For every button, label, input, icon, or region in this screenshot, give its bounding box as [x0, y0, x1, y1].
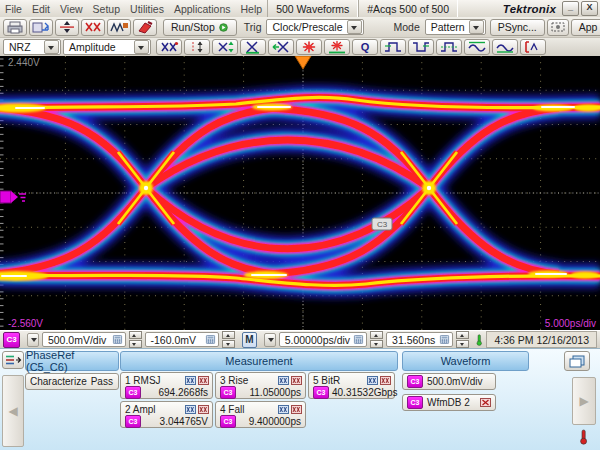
menu-setup[interactable]: Setup — [88, 2, 125, 16]
export-icon — [31, 20, 51, 34]
timebase-button[interactable]: M — [242, 332, 257, 348]
panel-expand-right[interactable]: ▶ — [572, 377, 596, 425]
mode-dropdown[interactable]: Pattern — [425, 19, 486, 35]
vertical-offset-field[interactable]: -160.0mV — [145, 332, 220, 347]
source-badge: C3 — [407, 396, 423, 409]
high-level-icon[interactable] — [464, 39, 490, 55]
measurement-cell-ampl[interactable]: 2 AmplC33.044765V — [120, 401, 213, 428]
horizontal-scale-stepper[interactable] — [370, 331, 383, 348]
chevron-down-icon[interactable] — [347, 20, 362, 34]
pattern-sync-icon — [548, 20, 568, 34]
run-stop-button[interactable]: Run/Stop — [163, 19, 237, 36]
psync-button[interactable]: PSync... — [490, 19, 545, 36]
app-button[interactable]: App — [571, 19, 600, 36]
measurement-cell-rmsj[interactable]: 1 RMSJC3694.2668fs — [120, 372, 213, 399]
menu-help[interactable]: Help — [236, 2, 268, 16]
channel-dropdown-arrow[interactable] — [27, 333, 39, 347]
fall-time-icon[interactable] — [408, 39, 434, 55]
horizontal-scale-field[interactable]: 5.00000ps/div — [279, 332, 367, 347]
crossing-level-icon[interactable] — [436, 39, 462, 55]
math-waveform-icon[interactable] — [107, 19, 131, 36]
chevron-down-icon[interactable] — [469, 20, 484, 34]
mask-test-icon[interactable] — [520, 39, 546, 55]
vertical-scale-icon[interactable] — [55, 19, 79, 36]
keypad-icon[interactable] — [112, 335, 123, 344]
menu-edit[interactable]: Edit — [27, 2, 55, 16]
measurement-toolbar: NRZ Amplitude Q — [0, 38, 600, 56]
histogram-icon[interactable] — [291, 405, 302, 414]
histogram-icon[interactable] — [380, 376, 391, 385]
menu-utilities[interactable]: Utilities — [125, 2, 169, 16]
panel-collapse-left[interactable]: ◀ — [2, 375, 24, 447]
clear-data-icon[interactable] — [133, 19, 157, 36]
measurement-header[interactable]: Measurement — [120, 351, 398, 371]
vertical-scale-stepper[interactable] — [129, 331, 142, 348]
histogram-icon[interactable] — [291, 376, 302, 385]
waveform-item-1[interactable]: C3WfmDB 2 — [402, 394, 496, 411]
panel-menu-button[interactable] — [2, 351, 24, 369]
measurement-cell-bitr[interactable]: 5 BitRC340.31532Gbps — [308, 372, 395, 399]
signal-format-dropdown[interactable]: NRZ — [3, 39, 61, 55]
stats-icon[interactable] — [185, 376, 196, 385]
keypad-icon[interactable] — [439, 335, 450, 344]
eye-crossing-icon[interactable] — [240, 39, 266, 55]
histogram-icon[interactable] — [198, 376, 209, 385]
color-grade-icon[interactable] — [81, 19, 105, 36]
measurement-panel: ◀ PhaseRef (C5_C6) Measurement Waveform … — [0, 348, 600, 450]
minimize-button[interactable]: _ — [562, 1, 579, 16]
vertical-scale-value: 500.0mV/div — [48, 334, 109, 346]
trigger-source-dropdown[interactable]: Clock/Prescale — [266, 19, 363, 35]
horizontal-delay-field[interactable]: 31.560ns — [386, 332, 453, 347]
pattern-sync-icon-button[interactable] — [547, 19, 569, 36]
trigger-position-marker[interactable] — [295, 56, 311, 69]
close-button[interactable]: X — [581, 1, 598, 16]
measurement-cell-fall[interactable]: 4 FallC39.400000ps — [215, 401, 306, 428]
eye-amplitude-db-icon[interactable] — [156, 39, 182, 55]
rise-time-icon[interactable] — [380, 39, 406, 55]
fall-time-icon — [411, 40, 431, 54]
stats-icon[interactable] — [278, 376, 289, 385]
vertical-scale-field[interactable]: 500.0mV/div — [42, 332, 126, 347]
keypad-icon[interactable] — [353, 335, 364, 344]
chevron-down-icon[interactable] — [44, 40, 59, 54]
q-factor-icon[interactable]: Q — [352, 39, 378, 55]
measure-category-dropdown[interactable]: Amplitude — [63, 39, 151, 55]
chevron-down-icon[interactable] — [134, 40, 149, 54]
stats-icon[interactable] — [278, 405, 289, 414]
characterize-button[interactable]: Characterize Pass — [25, 373, 119, 390]
mask-test-icon — [523, 40, 543, 54]
source-badge: C3 — [407, 375, 423, 388]
print-icon[interactable] — [3, 19, 27, 36]
eye-height-icon[interactable] — [212, 39, 238, 55]
math-waveform-icon — [109, 20, 129, 34]
menu-applications[interactable]: Applications — [169, 2, 236, 16]
stats-icon[interactable] — [367, 376, 378, 385]
noise-icon[interactable] — [324, 39, 350, 55]
menu-view[interactable]: View — [55, 2, 88, 16]
cursors-icon[interactable] — [184, 39, 210, 55]
status-datetime: 4:36 PM 12/16/2013 — [486, 331, 597, 348]
menu-file[interactable]: File — [0, 2, 27, 16]
mode-value: Pattern — [431, 21, 465, 33]
eye-width-icon[interactable] — [268, 39, 294, 55]
histogram-icon[interactable] — [198, 405, 209, 414]
waveform-header[interactable]: Waveform — [402, 351, 529, 371]
phaseref-header[interactable]: PhaseRef (C5_C6) — [25, 351, 119, 371]
measurement-value: 3.044765V — [160, 416, 208, 427]
horizontal-delay-stepper[interactable] — [456, 331, 469, 348]
stats-icon[interactable] — [185, 405, 196, 414]
measurement-cell-rise[interactable]: 3 RiseC311.05000ps — [215, 372, 306, 399]
timebase-dropdown-arrow[interactable] — [264, 333, 276, 347]
vertical-offset-stepper[interactable] — [222, 331, 235, 348]
export-icon[interactable] — [29, 19, 53, 36]
low-level-icon[interactable] — [492, 39, 518, 55]
horizontal-delay-value: 31.560ns — [392, 334, 436, 346]
measurement-value: 40.31532Gbps — [332, 387, 398, 398]
delete-icon[interactable] — [480, 398, 491, 407]
jitter-icon[interactable] — [296, 39, 322, 55]
keypad-icon[interactable] — [205, 335, 216, 344]
channel-tag-label[interactable]: C3 — [372, 218, 392, 230]
channel-select-button[interactable]: C3 — [3, 332, 20, 348]
waveform-item-0[interactable]: C3500.0mV/div — [402, 373, 496, 390]
panel-window-button[interactable] — [564, 351, 590, 371]
